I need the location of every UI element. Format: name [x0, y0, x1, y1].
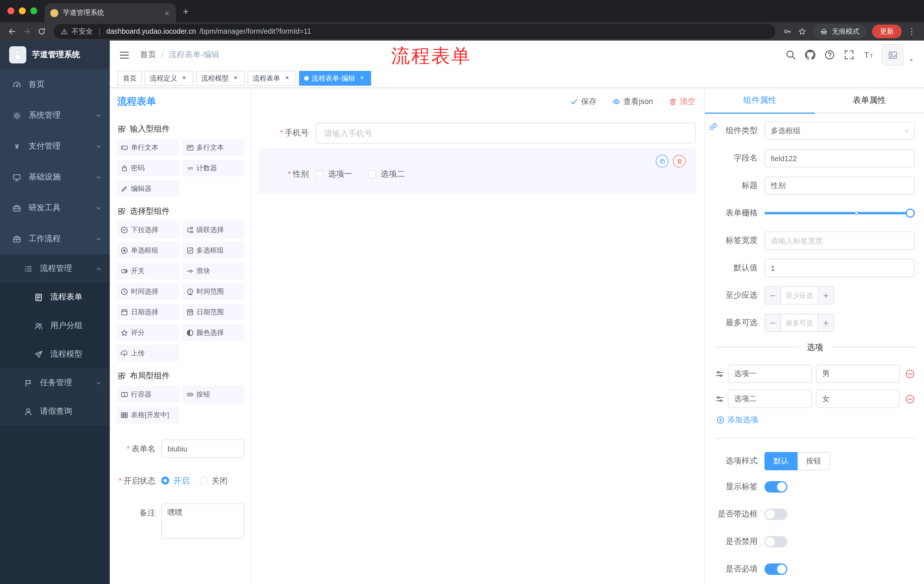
- palette-item-1-8[interactable]: 日期选择: [117, 303, 179, 321]
- gender-option2-checkbox[interactable]: 选项二: [368, 169, 405, 179]
- palette-item-1-12[interactable]: 上传: [117, 345, 179, 362]
- slider-handle[interactable]: [906, 209, 915, 218]
- tag-4[interactable]: 流程表单-编辑×: [299, 71, 371, 86]
- delete-component-button[interactable]: [673, 155, 686, 168]
- avatar[interactable]: [882, 44, 903, 66]
- status-off-radio[interactable]: 关闭: [200, 471, 228, 490]
- search-icon[interactable]: [784, 49, 797, 61]
- palette-item-2-0[interactable]: 行容器: [117, 386, 179, 403]
- remove-option-icon[interactable]: [905, 394, 915, 404]
- palette-item-1-4[interactable]: 开关: [117, 262, 179, 280]
- palette-item-1-9[interactable]: 日期范围: [182, 303, 244, 321]
- tab-form-props[interactable]: 表单属性: [815, 88, 924, 113]
- palette-item-1-6[interactable]: 时间选择: [117, 283, 179, 300]
- sidebar-item-0[interactable]: 首页: [0, 69, 110, 100]
- tag-2[interactable]: 流程模型×: [196, 71, 245, 86]
- palette-item-1-3[interactable]: 多选框组: [182, 242, 244, 259]
- sidebar-item-3[interactable]: 基础设施: [0, 162, 110, 192]
- min-select-value[interactable]: 至少应选: [781, 287, 818, 304]
- view-json-button[interactable]: 查看json: [612, 96, 653, 107]
- github-icon[interactable]: [804, 49, 817, 61]
- option1-label-input[interactable]: [728, 365, 812, 383]
- link-icon[interactable]: [709, 122, 718, 131]
- tag-3[interactable]: 流程表单×: [248, 71, 296, 86]
- required-toggle[interactable]: [764, 563, 787, 575]
- palette-item-2-2[interactable]: 表格[开发中]: [117, 406, 179, 423]
- option1-value-input[interactable]: [816, 365, 900, 383]
- sidebar-collapse-icon[interactable]: [119, 49, 130, 60]
- label-width-input[interactable]: [764, 232, 915, 250]
- form-name-input[interactable]: [161, 439, 244, 458]
- tab-close-icon[interactable]: ×: [163, 9, 170, 17]
- sidebar-item-10[interactable]: 任务管理: [0, 368, 110, 397]
- drag-handle-icon[interactable]: [715, 369, 724, 378]
- back-icon[interactable]: [5, 24, 20, 39]
- plus-icon[interactable]: [818, 314, 834, 331]
- phone-field-row[interactable]: *手机号: [259, 123, 696, 143]
- browser-menu-icon[interactable]: ⋮: [904, 26, 919, 36]
- sidebar-item-4[interactable]: 研发工具: [0, 192, 110, 224]
- field-name-input[interactable]: [764, 149, 915, 168]
- close-icon[interactable]: ×: [180, 74, 188, 82]
- clear-button[interactable]: 清空: [669, 96, 695, 107]
- forward-icon[interactable]: [20, 24, 34, 39]
- palette-item-2-1[interactable]: 按钮: [182, 386, 244, 403]
- sidebar-item-2[interactable]: ¥支付管理: [0, 131, 110, 162]
- palette-item-1-0[interactable]: 下拉选择: [117, 221, 179, 238]
- password-key-icon[interactable]: [780, 24, 795, 39]
- sidebar-item-7[interactable]: 流程表单: [0, 283, 110, 311]
- remove-option-icon[interactable]: [905, 369, 915, 378]
- gender-option1-checkbox[interactable]: 选项一: [316, 169, 352, 179]
- sidebar-item-5[interactable]: 工作流程: [0, 224, 110, 254]
- tag-1[interactable]: 流程定义×: [145, 71, 193, 86]
- minus-icon[interactable]: [765, 287, 781, 304]
- palette-item-1-2[interactable]: 单选框组: [117, 242, 179, 259]
- palette-item-1-7[interactable]: 时间范围: [182, 283, 244, 300]
- border-toggle[interactable]: [764, 508, 787, 520]
- sidebar-item-1[interactable]: 系统管理: [0, 100, 110, 131]
- gender-field-selected[interactable]: *性别 选项一 选项二: [259, 148, 696, 193]
- form-remark-textarea[interactable]: 嘿嘿: [161, 503, 244, 539]
- close-icon[interactable]: ×: [283, 74, 291, 82]
- option2-value-input[interactable]: [816, 390, 900, 408]
- option2-label-input[interactable]: [728, 390, 812, 408]
- sidebar-item-6[interactable]: 流程管理: [0, 254, 110, 283]
- close-icon[interactable]: ×: [358, 74, 366, 82]
- bookmark-star-icon[interactable]: [795, 24, 810, 39]
- palette-item-1-5[interactable]: 滑块: [182, 262, 244, 280]
- style-default-button[interactable]: 默认: [764, 452, 798, 470]
- fullscreen-icon[interactable]: [843, 49, 855, 61]
- disabled-toggle[interactable]: [764, 536, 787, 548]
- copy-component-button[interactable]: [656, 155, 668, 168]
- minimize-window-button[interactable]: [19, 7, 26, 14]
- minus-icon[interactable]: [765, 314, 781, 331]
- add-option-button[interactable]: 添加选项: [716, 415, 915, 425]
- max-select-value[interactable]: 最多可选: [781, 314, 818, 331]
- palette-item-0-2[interactable]: 密码: [117, 160, 179, 176]
- close-window-button[interactable]: [7, 7, 14, 14]
- palette-item-1-10[interactable]: 评分: [117, 324, 179, 341]
- palette-item-0-0[interactable]: 单行文本: [117, 139, 179, 156]
- reload-icon[interactable]: [34, 24, 49, 39]
- phone-input[interactable]: [316, 123, 696, 143]
- tag-0[interactable]: 首页: [118, 71, 142, 86]
- palette-item-1-1[interactable]: 级联选择: [182, 221, 244, 238]
- status-on-radio[interactable]: 开启: [161, 471, 189, 490]
- grid-slider[interactable]: [764, 204, 915, 222]
- palette-item-0-1[interactable]: 多行文本: [182, 139, 244, 156]
- palette-item-0-4[interactable]: 编辑器: [117, 180, 179, 197]
- browser-tab[interactable]: 芋道管理系统 ×: [45, 3, 176, 22]
- component-type-select[interactable]: [764, 122, 915, 140]
- new-tab-button[interactable]: +: [183, 6, 189, 18]
- browser-update-button[interactable]: 更新: [872, 25, 902, 38]
- show-label-toggle[interactable]: [764, 481, 787, 493]
- slider-track[interactable]: [764, 212, 910, 214]
- plus-icon[interactable]: [818, 287, 834, 304]
- zoom-window-button[interactable]: [30, 7, 37, 14]
- close-icon[interactable]: ×: [231, 74, 239, 82]
- sidebar-item-9[interactable]: 流程模型: [0, 340, 110, 368]
- palette-item-0-3[interactable]: 123计数器: [182, 160, 244, 176]
- help-icon[interactable]: [823, 49, 836, 61]
- font-size-icon[interactable]: TT: [862, 49, 875, 61]
- save-button[interactable]: 保存: [570, 96, 596, 107]
